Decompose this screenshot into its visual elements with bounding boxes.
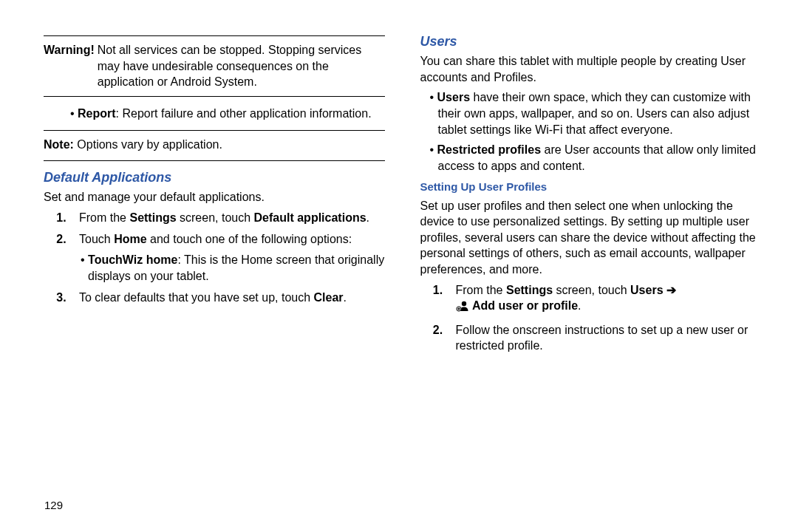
report-bullet: Report: Report failure and other applica… xyxy=(44,97,385,131)
page-number: 129 xyxy=(44,499,63,511)
note-bottom-rule xyxy=(44,160,385,161)
step-2-subitem: TouchWiz home: This is the Home screen t… xyxy=(79,252,385,284)
right-column: Users You can share this tablet with mul… xyxy=(420,35,762,520)
warning-block: Warning! Not all services can be stopped… xyxy=(44,36,385,96)
profiles-step-2: Follow the onscreen instructions to set … xyxy=(453,322,762,354)
users-bullets: Users have their own space, which they c… xyxy=(420,89,762,174)
report-label: Report xyxy=(78,107,116,120)
add-user-or-profile-label: Add user or profile xyxy=(472,299,578,312)
users-bullet-restricted: Restricted profiles are User accounts th… xyxy=(438,142,762,174)
default-apps-steps: From the Settings screen, touch Default … xyxy=(44,210,385,306)
note-text: Options vary by application. xyxy=(74,138,222,151)
user-profiles-steps: From the Settings screen, touch Users ➔ … xyxy=(420,282,762,354)
default-apps-intro: Set and manage your default applications… xyxy=(44,189,385,205)
warning-text: Not all services can be stopped. Stoppin… xyxy=(98,42,385,90)
step-1: From the Settings screen, touch Default … xyxy=(76,210,385,226)
report-text: : Report failure and other application i… xyxy=(116,107,372,120)
warning-label: Warning! xyxy=(44,42,98,90)
svg-point-0 xyxy=(461,301,466,306)
profiles-step-1: From the Settings screen, touch Users ➔ … xyxy=(453,282,762,316)
step-2: Touch Home and touch one of the followin… xyxy=(76,231,385,284)
section-users-title: Users xyxy=(420,33,762,50)
note-label: Note: xyxy=(44,138,74,151)
subsection-setting-up-user-profiles: Setting Up User Profiles xyxy=(420,180,762,194)
left-column: Warning! Not all services can be stopped… xyxy=(44,35,385,520)
section-default-applications-title: Default Applications xyxy=(44,168,385,186)
step-3: To clear defaults that you have set up, … xyxy=(76,290,385,306)
users-intro: You can share this tablet with multiple … xyxy=(420,53,762,85)
user-profiles-intro: Set up user profiles and then select one… xyxy=(420,198,762,278)
add-user-icon xyxy=(456,300,469,316)
note-block: Note: Options vary by application. xyxy=(44,131,385,160)
users-bullet-users: Users have their own space, which they c… xyxy=(438,89,762,137)
manual-page: Warning! Not all services can be stopped… xyxy=(0,0,798,532)
arrow-icon: ➔ xyxy=(664,284,676,296)
